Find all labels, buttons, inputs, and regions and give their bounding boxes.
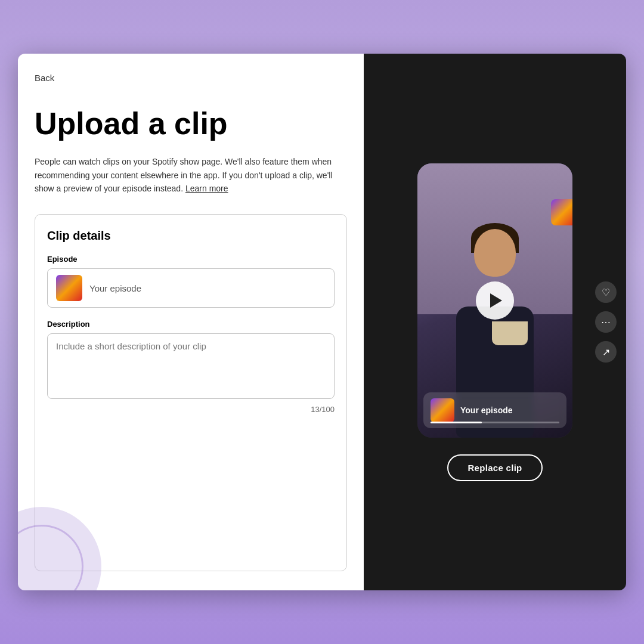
right-panel: Your episode Replace clip ♡ ⋯ ↗ — [364, 54, 626, 590]
right-icons: ♡ ⋯ ↗ — [595, 281, 617, 363]
progress-bar — [431, 422, 559, 423]
episode-label: Episode — [47, 255, 335, 264]
bottom-card-thumb — [431, 398, 454, 422]
clip-details-section: Clip details Episode Your episode Descri… — [35, 214, 347, 571]
person-head — [474, 229, 516, 277]
video-bottom-card: Your episode — [423, 392, 566, 428]
small-episode-thumb — [551, 199, 572, 225]
page-description: People can watch clips on your Spotify s… — [35, 155, 347, 195]
page-wrapper: Back Upload a clip People can watch clip… — [0, 0, 644, 644]
episode-selector[interactable]: Your episode — [47, 268, 335, 308]
right-icon-2[interactable]: ⋯ — [595, 311, 617, 333]
char-count: 13/100 — [47, 405, 335, 414]
video-preview: Your episode — [417, 163, 572, 438]
back-link[interactable]: Back — [35, 73, 347, 83]
episode-thumb-inner — [56, 275, 82, 301]
learn-more-link[interactable]: Learn more — [185, 184, 228, 193]
right-icon-1[interactable]: ♡ — [595, 281, 617, 303]
play-button[interactable] — [476, 281, 514, 320]
progress-fill — [431, 422, 482, 423]
main-card: Back Upload a clip People can watch clip… — [18, 54, 626, 590]
person-collar — [492, 321, 528, 345]
description-textarea[interactable] — [47, 333, 335, 399]
play-icon — [490, 293, 502, 308]
right-icon-3[interactable]: ↗ — [595, 341, 617, 363]
episode-name: Your episode — [89, 283, 141, 293]
clip-details-title: Clip details — [47, 229, 335, 243]
page-title: Upload a clip — [35, 107, 347, 141]
replace-clip-button[interactable]: Replace clip — [447, 454, 542, 481]
description-label: Description — [47, 320, 335, 329]
bottom-card-title: Your episode — [460, 405, 513, 415]
episode-thumbnail — [56, 275, 82, 301]
left-panel: Back Upload a clip People can watch clip… — [18, 54, 364, 590]
